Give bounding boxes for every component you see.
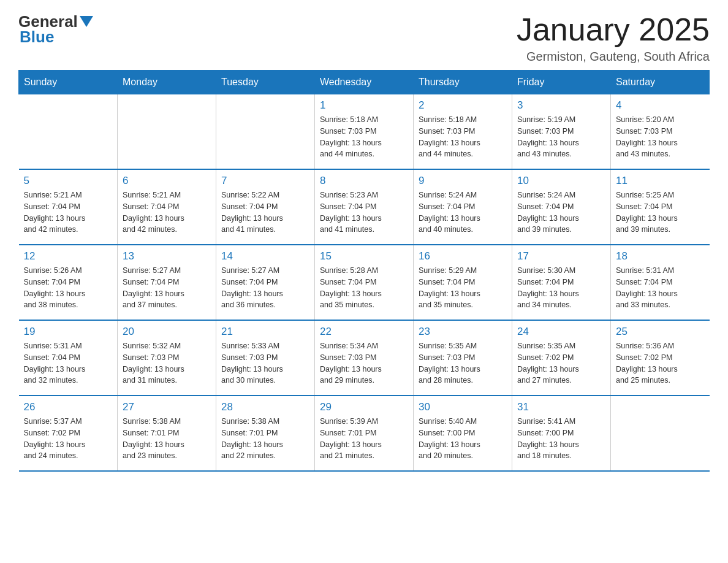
calendar-day-header: Tuesday	[216, 71, 315, 94]
day-info: Sunrise: 5:35 AMSunset: 7:03 PMDaylight:…	[419, 340, 507, 386]
calendar-week-row: 19Sunrise: 5:31 AMSunset: 7:04 PMDayligh…	[19, 320, 710, 396]
calendar-cell: 2Sunrise: 5:18 AMSunset: 7:03 PMDaylight…	[414, 94, 512, 170]
calendar-cell: 31Sunrise: 5:41 AMSunset: 7:00 PMDayligh…	[512, 396, 611, 471]
day-number: 19	[24, 326, 113, 338]
day-number: 2	[419, 99, 507, 112]
day-number: 31	[517, 401, 605, 413]
day-info: Sunrise: 5:31 AMSunset: 7:04 PMDaylight:…	[616, 265, 705, 311]
calendar-week-row: 12Sunrise: 5:26 AMSunset: 7:04 PMDayligh…	[19, 245, 710, 320]
page-header: General Blue January 2025 Germiston, Gau…	[18, 12, 710, 64]
day-number: 12	[24, 250, 113, 262]
day-number: 5	[24, 175, 113, 187]
day-info: Sunrise: 5:31 AMSunset: 7:04 PMDaylight:…	[24, 340, 113, 386]
day-number: 6	[123, 175, 211, 187]
calendar-cell: 11Sunrise: 5:25 AMSunset: 7:04 PMDayligh…	[611, 169, 710, 245]
calendar-cell: 25Sunrise: 5:36 AMSunset: 7:02 PMDayligh…	[611, 320, 710, 396]
day-number: 28	[221, 401, 309, 413]
calendar-day-header: Sunday	[19, 71, 118, 94]
calendar-cell: 1Sunrise: 5:18 AMSunset: 7:03 PMDaylight…	[315, 94, 414, 170]
day-number: 26	[24, 401, 113, 413]
day-number: 14	[221, 250, 309, 262]
calendar-header-row: SundayMondayTuesdayWednesdayThursdayFrid…	[19, 71, 710, 94]
calendar-cell	[118, 94, 216, 170]
day-info: Sunrise: 5:20 AMSunset: 7:03 PMDaylight:…	[616, 114, 705, 160]
day-info: Sunrise: 5:30 AMSunset: 7:04 PMDaylight:…	[517, 265, 605, 311]
day-number: 29	[320, 401, 408, 413]
calendar-cell: 29Sunrise: 5:39 AMSunset: 7:01 PMDayligh…	[315, 396, 414, 471]
day-info: Sunrise: 5:36 AMSunset: 7:02 PMDaylight:…	[616, 340, 705, 386]
calendar-cell: 14Sunrise: 5:27 AMSunset: 7:04 PMDayligh…	[216, 245, 315, 320]
calendar-cell: 16Sunrise: 5:29 AMSunset: 7:04 PMDayligh…	[414, 245, 512, 320]
day-number: 4	[616, 99, 705, 112]
day-number: 3	[517, 99, 605, 112]
calendar-cell	[611, 396, 710, 471]
calendar-day-header: Wednesday	[315, 71, 414, 94]
day-info: Sunrise: 5:21 AMSunset: 7:04 PMDaylight:…	[24, 190, 113, 236]
day-number: 16	[419, 250, 507, 262]
day-number: 1	[320, 99, 408, 112]
day-number: 11	[616, 175, 705, 187]
calendar-cell	[19, 94, 118, 170]
calendar-cell: 20Sunrise: 5:32 AMSunset: 7:03 PMDayligh…	[118, 320, 216, 396]
day-info: Sunrise: 5:28 AMSunset: 7:04 PMDaylight:…	[320, 265, 408, 311]
day-info: Sunrise: 5:37 AMSunset: 7:02 PMDaylight:…	[24, 416, 113, 462]
calendar-week-row: 26Sunrise: 5:37 AMSunset: 7:02 PMDayligh…	[19, 396, 710, 471]
calendar-week-row: 5Sunrise: 5:21 AMSunset: 7:04 PMDaylight…	[19, 169, 710, 245]
calendar-cell: 8Sunrise: 5:23 AMSunset: 7:04 PMDaylight…	[315, 169, 414, 245]
calendar-cell: 10Sunrise: 5:24 AMSunset: 7:04 PMDayligh…	[512, 169, 611, 245]
calendar-cell: 21Sunrise: 5:33 AMSunset: 7:03 PMDayligh…	[216, 320, 315, 396]
day-info: Sunrise: 5:26 AMSunset: 7:04 PMDaylight:…	[24, 265, 113, 311]
calendar-cell: 13Sunrise: 5:27 AMSunset: 7:04 PMDayligh…	[118, 245, 216, 320]
calendar-cell: 19Sunrise: 5:31 AMSunset: 7:04 PMDayligh…	[19, 320, 118, 396]
day-info: Sunrise: 5:22 AMSunset: 7:04 PMDaylight:…	[221, 190, 309, 236]
calendar-cell: 22Sunrise: 5:34 AMSunset: 7:03 PMDayligh…	[315, 320, 414, 396]
day-info: Sunrise: 5:34 AMSunset: 7:03 PMDaylight:…	[320, 340, 408, 386]
day-info: Sunrise: 5:18 AMSunset: 7:03 PMDaylight:…	[320, 114, 408, 160]
logo: General Blue	[18, 12, 93, 47]
calendar-table: SundayMondayTuesdayWednesdayThursdayFrid…	[18, 70, 710, 472]
calendar-cell: 5Sunrise: 5:21 AMSunset: 7:04 PMDaylight…	[19, 169, 118, 245]
subtitle: Germiston, Gauteng, South Africa	[517, 50, 710, 64]
day-info: Sunrise: 5:40 AMSunset: 7:00 PMDaylight:…	[419, 416, 507, 462]
day-info: Sunrise: 5:25 AMSunset: 7:04 PMDaylight:…	[616, 190, 705, 236]
calendar-cell: 6Sunrise: 5:21 AMSunset: 7:04 PMDaylight…	[118, 169, 216, 245]
calendar-cell: 7Sunrise: 5:22 AMSunset: 7:04 PMDaylight…	[216, 169, 315, 245]
calendar-cell: 9Sunrise: 5:24 AMSunset: 7:04 PMDaylight…	[414, 169, 512, 245]
calendar-week-row: 1Sunrise: 5:18 AMSunset: 7:03 PMDaylight…	[19, 94, 710, 170]
day-number: 18	[616, 250, 705, 262]
calendar-day-header: Friday	[512, 71, 611, 94]
day-number: 17	[517, 250, 605, 262]
day-info: Sunrise: 5:27 AMSunset: 7:04 PMDaylight:…	[123, 265, 211, 311]
day-number: 22	[320, 326, 408, 338]
day-info: Sunrise: 5:21 AMSunset: 7:04 PMDaylight:…	[123, 190, 211, 236]
day-info: Sunrise: 5:38 AMSunset: 7:01 PMDaylight:…	[221, 416, 309, 462]
day-info: Sunrise: 5:18 AMSunset: 7:03 PMDaylight:…	[419, 114, 507, 160]
day-number: 23	[419, 326, 507, 338]
day-info: Sunrise: 5:32 AMSunset: 7:03 PMDaylight:…	[123, 340, 211, 386]
day-number: 9	[419, 175, 507, 187]
day-info: Sunrise: 5:33 AMSunset: 7:03 PMDaylight:…	[221, 340, 309, 386]
calendar-cell	[216, 94, 315, 170]
day-number: 10	[517, 175, 605, 187]
calendar-cell: 15Sunrise: 5:28 AMSunset: 7:04 PMDayligh…	[315, 245, 414, 320]
day-info: Sunrise: 5:24 AMSunset: 7:04 PMDaylight:…	[517, 190, 605, 236]
calendar-cell: 30Sunrise: 5:40 AMSunset: 7:00 PMDayligh…	[414, 396, 512, 471]
day-number: 20	[123, 326, 211, 338]
day-number: 24	[517, 326, 605, 338]
calendar-day-header: Monday	[118, 71, 216, 94]
calendar-cell: 17Sunrise: 5:30 AMSunset: 7:04 PMDayligh…	[512, 245, 611, 320]
day-number: 30	[419, 401, 507, 413]
day-info: Sunrise: 5:19 AMSunset: 7:03 PMDaylight:…	[517, 114, 605, 160]
day-info: Sunrise: 5:29 AMSunset: 7:04 PMDaylight:…	[419, 265, 507, 311]
day-number: 21	[221, 326, 309, 338]
logo-blue: Blue	[20, 28, 54, 47]
calendar-cell: 12Sunrise: 5:26 AMSunset: 7:04 PMDayligh…	[19, 245, 118, 320]
day-number: 27	[123, 401, 211, 413]
calendar-cell: 28Sunrise: 5:38 AMSunset: 7:01 PMDayligh…	[216, 396, 315, 471]
day-info: Sunrise: 5:24 AMSunset: 7:04 PMDaylight:…	[419, 190, 507, 236]
calendar-cell: 26Sunrise: 5:37 AMSunset: 7:02 PMDayligh…	[19, 396, 118, 471]
calendar-cell: 23Sunrise: 5:35 AMSunset: 7:03 PMDayligh…	[414, 320, 512, 396]
day-info: Sunrise: 5:23 AMSunset: 7:04 PMDaylight:…	[320, 190, 408, 236]
day-number: 15	[320, 250, 408, 262]
day-info: Sunrise: 5:39 AMSunset: 7:01 PMDaylight:…	[320, 416, 408, 462]
